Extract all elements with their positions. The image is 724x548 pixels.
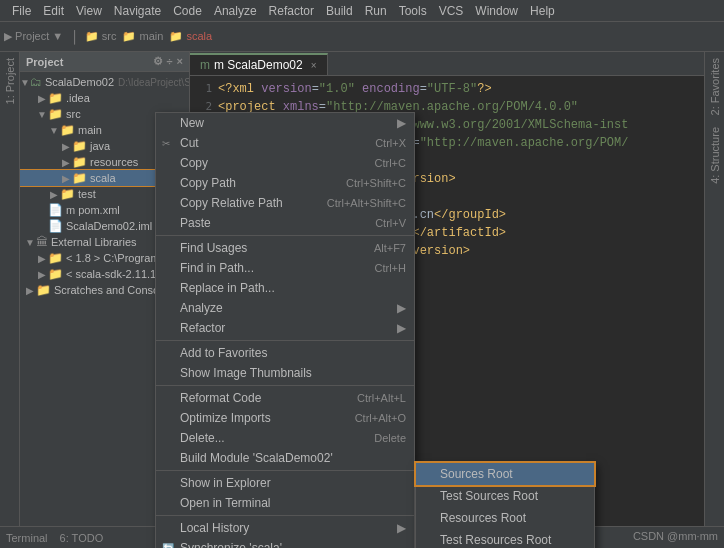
refactor-arrow-icon: ▶ [397,321,406,335]
project-panel-header: Project ⚙ ÷ × [20,52,189,72]
menu-item-sync[interactable]: 🔄 Synchronize 'scala' [156,538,414,548]
menu-item-copypath[interactable]: Copy Path Ctrl+Shift+C [156,173,414,193]
statusbar-terminal[interactable]: Terminal [6,532,48,544]
project-panel-actions: ⚙ ÷ × [153,55,183,68]
watermark: CSDN @mm·mm [633,530,718,542]
sync-menu-icon: 🔄 [162,543,174,549]
menu-tools[interactable]: Tools [393,0,433,22]
menu-item-refactor[interactable]: Refactor ▶ [156,318,414,338]
separator-3 [156,385,414,386]
statusbar-todo[interactable]: 6: TODO [60,532,104,544]
menu-view[interactable]: View [70,0,108,22]
menu-item-paste[interactable]: Paste Ctrl+V [156,213,414,233]
resources-label: Resources Root [440,511,526,525]
test-sources-label: Test Sources Root [440,489,538,503]
analyze-arrow-icon: ▶ [397,301,406,315]
toolbar-project-label: ▶ Project ▼ [4,30,63,43]
menu-item-optimize[interactable]: Optimize Imports Ctrl+Alt+O [156,408,414,428]
separator-1 [156,235,414,236]
toolbar: ▶ Project ▼ │ 📁 src 📁 main 📁 scala [0,22,724,52]
history-arrow-icon: ▶ [397,521,406,535]
separator-2 [156,340,414,341]
collapse-icon[interactable]: ÷ [167,55,173,68]
menu-navigate[interactable]: Navigate [108,0,167,22]
test-resources-label: Test Resources Root [440,533,551,547]
menu-item-replaceinpath[interactable]: Replace in Path... [156,278,414,298]
sources-root-label: Sources Root [440,467,513,481]
separator-5 [156,515,414,516]
submenu-markdir: Sources Root Test Sources Root Resources… [415,462,595,548]
menu-analyze[interactable]: Analyze [208,0,263,22]
submenu-item-sources[interactable]: Sources Root [416,463,594,485]
submenu-item-testsources[interactable]: Test Sources Root [416,485,594,507]
project-title: Project [26,56,63,68]
menu-item-explorer[interactable]: Show in Explorer [156,473,414,493]
toolbar-scala-label: 📁 scala [169,30,212,43]
menubar: File Edit View Navigate Code Analyze Ref… [0,0,724,22]
menu-item-copy[interactable]: Copy Ctrl+C [156,153,414,173]
menu-item-delete[interactable]: Delete... Delete [156,428,414,448]
toolbar-main-label: 📁 main [122,30,163,43]
menu-build[interactable]: Build [320,0,359,22]
menu-vcs[interactable]: VCS [433,0,470,22]
menu-item-terminal[interactable]: Open in Terminal [156,493,414,513]
menu-item-localhistory[interactable]: Local History ▶ [156,518,414,538]
menu-item-build[interactable]: Build Module 'ScalaDemo02' [156,448,414,468]
cut-icon: ✂ [162,138,170,149]
menu-window[interactable]: Window [469,0,524,22]
submenu-item-resources[interactable]: Resources Root [416,507,594,529]
menu-item-findusages[interactable]: Find Usages Alt+F7 [156,238,414,258]
tree-item-scalademo02[interactable]: ▼ 🗂 ScalaDemo02 D:\IdeaProject\Scala... [20,74,189,90]
left-strip: 1: Project [0,52,20,526]
vtab-favorites[interactable]: 2: Favorites [707,52,723,121]
toolbar-src-label: 📁 src [85,30,117,43]
main-layout: 1: Project Project ⚙ ÷ × ▼ 🗂 ScalaDemo02… [0,52,724,526]
menu-item-thumbnails[interactable]: Show Image Thumbnails [156,363,414,383]
editor-tabs: m m ScalaDemo02 × [190,52,704,76]
vtab-structure[interactable]: 4: Structure [707,121,723,190]
menu-code[interactable]: Code [167,0,208,22]
menu-edit[interactable]: Edit [37,0,70,22]
menu-file[interactable]: File [6,0,37,22]
menu-item-analyze[interactable]: Analyze ▶ [156,298,414,318]
sync-icon[interactable]: ⚙ [153,55,163,68]
menu-item-findinpath[interactable]: Find in Path... Ctrl+H [156,258,414,278]
menu-item-reformat[interactable]: Reformat Code Ctrl+Alt+L [156,388,414,408]
menu-refactor[interactable]: Refactor [263,0,320,22]
tree-item-idea[interactable]: ▶ 📁 .idea [20,90,189,106]
menu-item-copyrelpath[interactable]: Copy Relative Path Ctrl+Alt+Shift+C [156,193,414,213]
context-menu: New ▶ ✂ Cut Ctrl+X Copy Ctrl+C Copy Path… [155,112,415,548]
submenu-item-testresources[interactable]: Test Resources Root [416,529,594,548]
code-line-1: 1 <?xml version="1.0" encoding="UTF-8"?> [190,80,704,98]
editor-tab-scalademo02[interactable]: m m ScalaDemo02 × [190,53,328,75]
menu-item-cut[interactable]: ✂ Cut Ctrl+X [156,133,414,153]
close-icon[interactable]: × [177,55,183,68]
arrow-icon: ▶ [397,116,406,130]
separator-4 [156,470,414,471]
menu-item-new[interactable]: New ▶ [156,113,414,133]
toolbar-spacer: │ [71,30,79,44]
right-strip: 2: Favorites 4: Structure [704,52,724,526]
menu-run[interactable]: Run [359,0,393,22]
menu-item-favorites[interactable]: Add to Favorites [156,343,414,363]
vtab-project[interactable]: 1: Project [2,52,18,110]
menu-help[interactable]: Help [524,0,561,22]
